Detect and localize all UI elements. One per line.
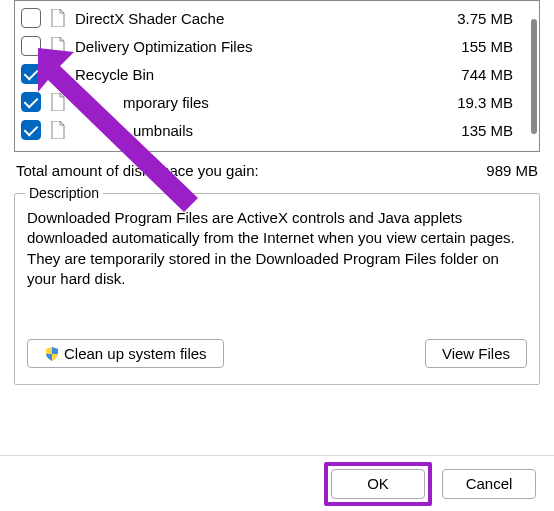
file-row[interactable]: Delivery Optimization Files 155 MB: [15, 32, 539, 60]
checkbox[interactable]: [21, 36, 41, 56]
file-row[interactable]: Recycle Bin 744 MB: [15, 60, 539, 88]
file-size: 135 MB: [437, 122, 513, 139]
file-name: Delivery Optimization Files: [75, 38, 437, 55]
file-name-obscured: mporary files: [75, 94, 437, 111]
file-row[interactable]: umbnails 135 MB: [15, 116, 539, 144]
file-size: 744 MB: [437, 66, 513, 83]
checkbox[interactable]: [21, 8, 41, 28]
checkbox-checked[interactable]: [21, 64, 41, 84]
recycle-bin-icon: [49, 64, 67, 84]
description-text: Downloaded Program Files are ActiveX con…: [27, 208, 527, 289]
total-value: 989 MB: [486, 162, 538, 179]
annotation-ok-highlight: OK: [324, 462, 432, 506]
cleanup-button-label: Clean up system files: [64, 345, 207, 362]
file-row[interactable]: mporary files 19.3 MB: [15, 88, 539, 116]
cleanup-system-files-button[interactable]: Clean up system files: [27, 339, 224, 368]
file-size: 3.75 MB: [437, 10, 513, 27]
page-icon: [49, 36, 67, 56]
shield-icon: [44, 346, 60, 362]
file-name-obscured: umbnails: [75, 122, 437, 139]
checkbox-checked[interactable]: [21, 120, 41, 140]
view-files-button[interactable]: View Files: [425, 339, 527, 368]
file-row[interactable]: DirectX Shader Cache 3.75 MB: [15, 4, 539, 32]
file-name: DirectX Shader Cache: [75, 10, 437, 27]
total-label: Total amount of disk space you gain:: [16, 162, 259, 179]
ok-button[interactable]: OK: [331, 469, 425, 499]
page-icon: [49, 92, 67, 112]
file-name: Recycle Bin: [75, 66, 437, 83]
cancel-button[interactable]: Cancel: [442, 469, 536, 499]
file-size: 19.3 MB: [437, 94, 513, 111]
scrollbar-thumb[interactable]: [531, 19, 537, 134]
file-size: 155 MB: [437, 38, 513, 55]
view-files-label: View Files: [442, 345, 510, 362]
dialog-button-bar: OK Cancel: [0, 455, 554, 511]
description-legend: Description: [25, 185, 103, 201]
description-fieldset: Description Downloaded Program Files are…: [14, 193, 540, 385]
page-icon: [49, 8, 67, 28]
checkbox-checked[interactable]: [21, 92, 41, 112]
file-list: DirectX Shader Cache 3.75 MB Delivery Op…: [14, 0, 540, 152]
page-icon: [49, 120, 67, 140]
total-row: Total amount of disk space you gain: 989…: [14, 152, 540, 189]
